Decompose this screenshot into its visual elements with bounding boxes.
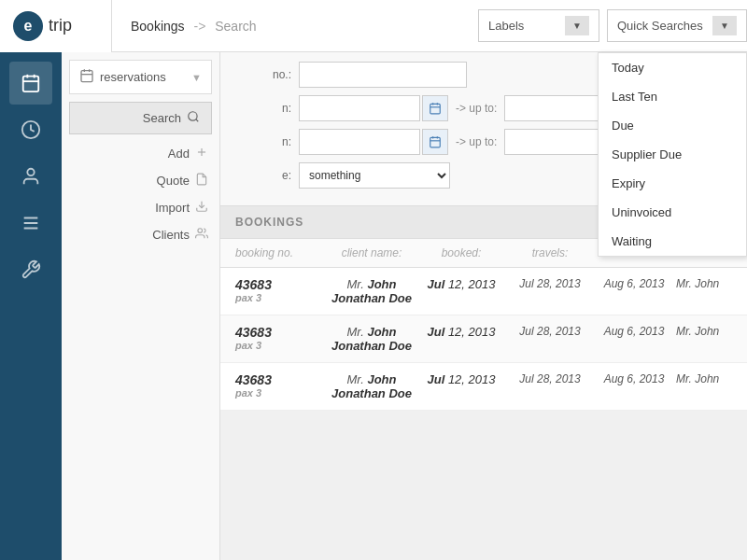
table-row[interactable]: 43683 pax 3 Mr. John Jonathan Doe Jul 12… (220, 315, 747, 363)
calendar-icon-returns[interactable] (422, 129, 448, 155)
quick-searches-menu: Today Last Ten Due Supplier Due Expiry U… (598, 52, 747, 257)
svg-rect-16 (430, 104, 441, 114)
sidebar-icon-handshake[interactable] (9, 202, 52, 245)
mr-cell: Mr. John (676, 372, 732, 385)
results-table: booking no. client name: booked: travels… (220, 239, 747, 411)
top-bar: e trip Bookings -> Search Labels ▼ Quick… (0, 0, 747, 52)
search-icon (187, 110, 200, 126)
booking-number: 43683 (235, 277, 329, 292)
qs-item-due[interactable]: Due (599, 111, 746, 140)
client-fullname: John Jonathan Doe (331, 277, 412, 305)
booked-year: 2013 (469, 372, 496, 386)
booked-day: 12, (448, 277, 465, 291)
add-label: Add (168, 147, 190, 161)
field-label-no: no.: (235, 68, 291, 81)
field-label-n1: n: (235, 102, 291, 115)
qs-item-last-ten[interactable]: Last Ten (599, 82, 746, 111)
logo-area: e trip (0, 0, 112, 52)
client-fullname: John Jonathan Doe (331, 372, 412, 400)
sidebar (0, 52, 62, 560)
booking-number: 43683 (235, 325, 329, 340)
qs-item-uninvoiced[interactable]: Uninvoiced (599, 198, 746, 227)
quote-icon (195, 173, 208, 189)
qs-item-expiry[interactable]: Expiry (599, 169, 746, 198)
travels-cell: Jul 28, 2013 (508, 325, 592, 338)
qs-item-today[interactable]: Today (599, 53, 746, 82)
labels-dropdown[interactable]: Labels ▼ (478, 9, 599, 42)
import-button[interactable]: Import (62, 194, 219, 221)
booked-day: 12, (448, 372, 465, 386)
quick-searches-arrow-icon: ▼ (712, 16, 737, 35)
svg-line-11 (196, 119, 199, 122)
quote-button[interactable]: Quote (62, 167, 219, 194)
logo-circle: e (13, 11, 43, 41)
table-row[interactable]: 43683 pax 3 Mr. John Jonathan Doe Jul 12… (220, 268, 747, 315)
booked-cell: Jul 12, 2013 (415, 277, 508, 291)
svg-rect-6 (81, 71, 92, 82)
booking-no-cell: 43683 pax 3 (235, 325, 329, 351)
quick-searches-button[interactable]: Quick Searches ▼ (607, 9, 747, 42)
add-icon (195, 146, 208, 161)
booked-cell: Jul 12, 2013 (415, 372, 508, 386)
type-selector[interactable]: reservations ▼ (69, 60, 212, 94)
search-button[interactable]: Search (69, 102, 212, 134)
table-body: 43683 pax 3 Mr. John Jonathan Doe Jul 12… (220, 268, 747, 411)
import-label: Import (155, 201, 190, 215)
client-salutation: Mr. (347, 372, 368, 386)
calendar-icon-from[interactable] (422, 95, 448, 121)
table-row[interactable]: 43683 pax 3 Mr. John Jonathan Doe Jul 12… (220, 363, 747, 411)
sidebar-icon-chart[interactable] (9, 108, 52, 151)
field-input-no[interactable] (299, 62, 467, 88)
col-header-booked: booked: (415, 246, 508, 259)
labels-arrow-icon: ▼ (565, 16, 589, 35)
search-label: Search (143, 111, 181, 125)
booked-cell: Jul 12, 2013 (415, 325, 508, 339)
booked-month: Jul (427, 372, 447, 386)
returns-cell: Aug 6, 2013 (592, 325, 676, 338)
field-input-date-from[interactable] (299, 95, 420, 121)
svg-rect-20 (430, 137, 441, 147)
qs-item-supplier-due[interactable]: Supplier Due (599, 140, 746, 169)
breadcrumb: Bookings -> Search (112, 19, 478, 34)
booked-month: Jul (427, 325, 447, 339)
client-salutation: Mr. (347, 277, 368, 291)
booking-no-cell: 43683 pax 3 (235, 277, 329, 303)
svg-point-10 (189, 112, 197, 120)
clients-icon (195, 227, 208, 243)
booking-number: 43683 (235, 372, 329, 387)
client-fullname: John Jonathan Doe (331, 325, 412, 353)
pax-label: pax 3 (235, 387, 329, 399)
qs-item-waiting[interactable]: Waiting (599, 227, 746, 256)
client-name-cell: Mr. John Jonathan Doe (329, 372, 415, 400)
booked-day: 12, (448, 325, 465, 339)
breadcrumb-root[interactable]: Bookings (131, 19, 185, 34)
svg-point-5 (27, 169, 34, 175)
booked-month: Jul (427, 277, 447, 291)
upto-label-1: -> up to: (456, 102, 497, 115)
client-name-cell: Mr. John Jonathan Doe (329, 277, 415, 305)
upto-label-2: -> up to: (456, 135, 497, 148)
labels-label: Labels (488, 19, 524, 33)
breadcrumb-separator: -> (193, 19, 205, 34)
col-header-client-name: client name: (329, 246, 415, 259)
booking-no-cell: 43683 pax 3 (235, 372, 329, 399)
mr-cell: Mr. John (676, 277, 732, 290)
col-header-booking-no: booking no. (235, 246, 329, 259)
clients-button[interactable]: Clients (62, 221, 219, 248)
returns-cell: Aug 6, 2013 (592, 277, 676, 290)
field-label-n2: n: (235, 135, 291, 148)
quick-searches-label: Quick Searches (617, 19, 703, 33)
add-button[interactable]: Add (62, 140, 219, 167)
sidebar-icon-calendar[interactable] (9, 62, 52, 105)
app-name: trip (49, 16, 72, 35)
import-icon (195, 200, 208, 216)
status-select[interactable]: something confirmed pending cancelled (300, 163, 449, 188)
pax-label: pax 3 (235, 292, 329, 303)
clients-label: Clients (152, 228, 190, 242)
sidebar-icon-contacts[interactable] (9, 155, 52, 198)
type-label: reservations (100, 70, 191, 84)
field-input-returns-from[interactable] (299, 129, 420, 155)
sidebar-icon-wrench[interactable] (9, 248, 52, 291)
mr-cell: Mr. John (676, 325, 732, 338)
breadcrumb-current: Search (215, 19, 256, 34)
